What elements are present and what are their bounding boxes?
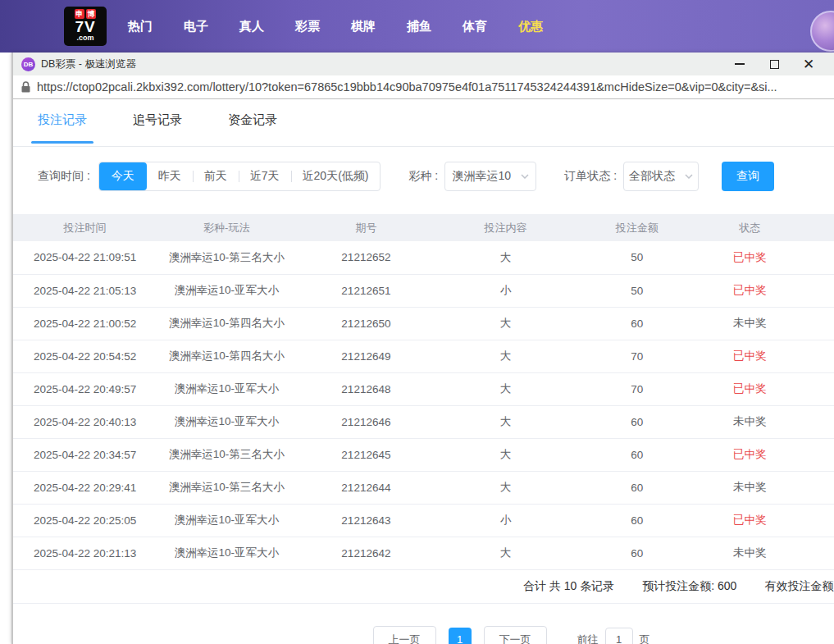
summary-valid-amount: 有效投注金额 [764,579,833,594]
table-row: 2025-04-22 21:00:52澳洲幸运10-第四名大小21212650大… [13,307,834,340]
maximize-button[interactable] [757,53,791,75]
cell-amount: 70 [576,340,699,372]
order-status-select[interactable]: 全部状态 [623,162,699,191]
cell-content: 大 [435,438,575,471]
cell-spacer [801,340,834,372]
site-logo[interactable]: 申 博 7V .com [64,7,107,46]
cell-time: 2025-04-22 20:21:13 [13,537,157,569]
next-page-button[interactable]: 下一页 [484,626,547,644]
lock-icon [21,81,30,93]
cell-game: 澳洲幸运10-第三名大小 [157,471,296,504]
cell-time: 2025-04-22 20:49:57 [13,372,157,405]
chevron-down-icon [521,174,529,179]
cell-time: 2025-04-22 20:54:52 [13,340,157,372]
table-row: 2025-04-22 20:29:41澳洲幸运10-第三名大小21212644大… [13,471,834,504]
cell-status: 已中奖 [699,438,801,471]
cell-game: 澳洲幸运10-第四名大小 [157,307,296,340]
tab-fund-records[interactable]: 资金记录 [228,112,277,146]
time-option-day-before[interactable]: 前天 [193,162,239,190]
cell-status: 已中奖 [699,340,801,372]
nav-item-hot[interactable]: 热门 [128,19,153,34]
nav-item-live[interactable]: 真人 [239,19,264,34]
time-option-last7days[interactable]: 近7天 [239,162,291,190]
cell-spacer [801,504,834,537]
cell-amount: 50 [576,274,699,307]
cell-spacer [801,537,834,569]
url-text: https://ctop02pcali.2kbxi392.com/lottery… [37,80,777,94]
close-button[interactable]: ✕ [791,53,826,75]
minimize-button[interactable] [722,53,757,75]
page-number-current[interactable]: 1 [449,628,472,644]
tab-bet-records[interactable]: 投注记录 [38,112,87,146]
cell-amount: 70 [576,372,699,405]
cell-spacer [801,405,834,438]
time-option-last20days[interactable]: 近20天(低频) [291,162,381,190]
goto-label: 前往 [577,633,599,644]
cell-status: 已中奖 [699,372,801,405]
query-button[interactable]: 查询 [722,162,774,191]
window-title: DB彩票 - 极速浏览器 [41,57,136,71]
time-option-today[interactable]: 今天 [99,162,147,190]
cell-content: 大 [435,405,575,438]
window-app-icon: DB [21,57,35,71]
bet-records-table: 投注时间 彩种-玩法 期号 投注内容 投注金额 状态 2025-04-22 21… [13,214,834,570]
nav-item-slots[interactable]: 电子 [184,19,208,34]
table-row: 2025-04-22 20:25:05澳洲幸运10-亚军大小21212643小6… [13,504,834,537]
nav-item-lottery[interactable]: 彩票 [295,19,320,34]
time-option-yesterday[interactable]: 昨天 [147,162,193,190]
cell-content: 大 [435,241,575,274]
goto-page: 前往 页 [577,628,650,644]
chevron-down-icon [685,174,693,179]
cell-content: 大 [435,307,575,340]
cell-amount: 60 [576,537,699,569]
tab-chase-records[interactable]: 追号记录 [133,112,182,146]
table-header-row: 投注时间 彩种-玩法 期号 投注内容 投注金额 状态 [13,214,834,241]
site-nav: 热门 电子 真人 彩票 棋牌 捕鱼 体育 优惠 [128,19,543,34]
cell-content: 大 [435,340,575,372]
nav-item-chess[interactable]: 棋牌 [351,19,376,34]
table-row: 2025-04-22 20:34:57澳洲幸运10-第三名大小21212645大… [13,438,834,471]
cell-issue: 21212645 [296,438,435,471]
address-bar[interactable]: https://ctop02pcali.2kbxi392.com/lottery… [13,75,834,99]
cell-issue: 21212643 [296,504,435,537]
cell-time: 2025-04-22 20:29:41 [13,471,157,504]
cell-spacer [801,471,834,504]
cell-amount: 60 [576,438,699,471]
record-tabs: 投注记录 追号记录 资金记录 [13,99,834,147]
cell-time: 2025-04-22 20:34:57 [13,438,157,471]
window-titlebar[interactable]: DB DB彩票 - 极速浏览器 ✕ [13,53,834,75]
status-filter-label: 订单状态 : [564,169,617,184]
cell-spacer [801,274,834,307]
nav-item-promo[interactable]: 优惠 [518,19,543,34]
cell-status: 未中奖 [699,471,801,504]
table-row: 2025-04-22 21:09:51澳洲幸运10-第三名大小21212652大… [13,241,834,274]
cell-spacer [801,307,834,340]
cell-issue: 21212651 [296,274,435,307]
col-bet-amount: 投注金额 [576,214,699,241]
col-spacer [801,214,834,241]
order-status-value: 全部状态 [629,169,675,184]
table-row: 2025-04-22 20:21:13澳洲幸运10-亚军大小21212642大6… [13,537,834,569]
cell-game: 澳洲幸运10-亚军大小 [157,537,296,569]
cell-status: 未中奖 [699,307,801,340]
time-filter-group: 今天 昨天 前天 近7天 近20天(低频) [98,162,381,191]
table-row: 2025-04-22 20:40:13澳洲幸运10-亚军大小21212646大6… [13,405,834,438]
goto-suffix: 页 [640,633,650,644]
summary-total-records: 合计 共 10 条记录 [523,579,614,594]
cell-issue: 21212648 [296,372,435,405]
prev-page-button[interactable]: 上一页 [373,626,436,644]
cell-amount: 60 [576,471,699,504]
lottery-select-value: 澳洲幸运10 [452,169,511,184]
cell-amount: 60 [576,504,699,537]
cell-issue: 21212652 [296,241,435,274]
time-filter-label: 查询时间 : [38,169,90,184]
lottery-select[interactable]: 澳洲幸运10 [444,162,536,191]
nav-item-sports[interactable]: 体育 [463,19,487,34]
summary-bar: 合计 共 10 条记录 预计投注金额: 600 有效投注金额 [13,570,834,604]
cell-spacer [801,372,834,405]
nav-item-fishing[interactable]: 捕鱼 [407,19,431,34]
logo-main-text: 7V [75,19,95,34]
user-avatar[interactable] [810,11,834,52]
goto-page-input[interactable] [605,628,633,644]
cell-status: 未中奖 [699,537,801,569]
